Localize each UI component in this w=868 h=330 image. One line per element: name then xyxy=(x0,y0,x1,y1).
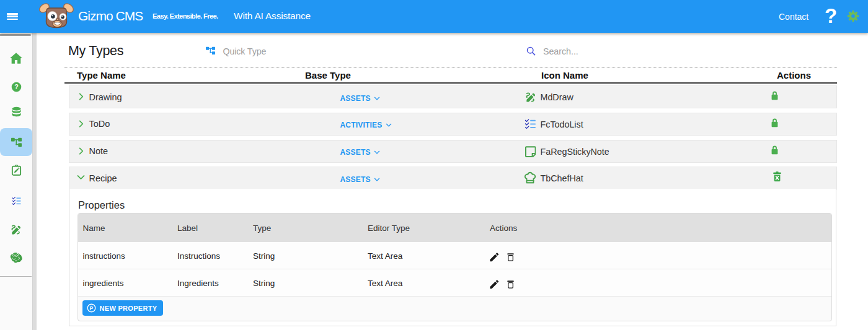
svg-text:?: ? xyxy=(14,83,18,90)
svg-text:P: P xyxy=(89,305,93,311)
